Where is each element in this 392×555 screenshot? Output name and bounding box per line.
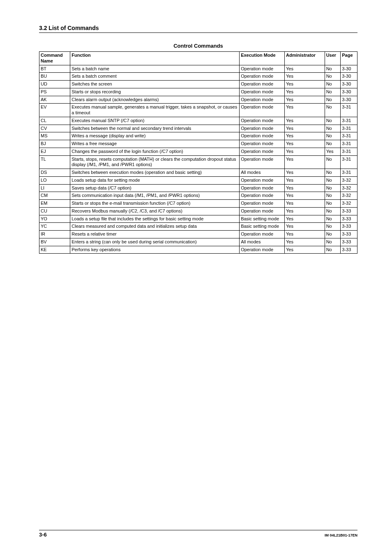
cell-func: Loads a setup file that includes the set… bbox=[70, 215, 240, 223]
cell-admin: Yes bbox=[285, 231, 325, 238]
cell-admin: Yes bbox=[285, 169, 325, 177]
cell-func: Switches between execution modes (operat… bbox=[70, 169, 240, 177]
table-row: CURecovers Modbus manually (/C2, /C3, an… bbox=[39, 207, 357, 215]
cell-func: Saves setup data (/C7 option) bbox=[70, 184, 240, 192]
table-row: AKClears alarm output (acknowledges alar… bbox=[39, 96, 357, 104]
cell-name: BJ bbox=[39, 140, 70, 148]
cell-func: Writes a message (display and write) bbox=[70, 132, 240, 140]
cell-admin: Yes bbox=[285, 238, 325, 246]
cell-admin: Yes bbox=[285, 200, 325, 208]
cell-page: 3-33 bbox=[341, 238, 357, 246]
cell-admin: Yes bbox=[285, 215, 325, 223]
page-footer: 3-6 IM 04L21B01-17EN bbox=[39, 530, 357, 538]
cell-user: No bbox=[325, 184, 341, 192]
table-row: EJChanges the password of the login func… bbox=[39, 148, 357, 155]
cell-admin: Yes bbox=[285, 246, 325, 254]
cell-func: Resets a relative timer bbox=[70, 231, 240, 238]
cell-name: BU bbox=[39, 73, 70, 81]
cell-admin: Yes bbox=[285, 104, 325, 117]
cell-page: 3-32 bbox=[341, 184, 357, 192]
cell-page: 3-31 bbox=[341, 169, 357, 177]
cell-exec: Operation mode bbox=[240, 104, 285, 117]
cell-name: LO bbox=[39, 176, 70, 184]
cell-admin: Yes bbox=[285, 155, 325, 169]
cell-name: IR bbox=[39, 231, 70, 238]
table-row: BTSets a batch nameOperation modeYesNo3-… bbox=[39, 65, 357, 73]
cell-name: CL bbox=[39, 117, 70, 125]
cell-user: No bbox=[325, 73, 341, 81]
cell-admin: Yes bbox=[285, 192, 325, 200]
cell-func: Recovers Modbus manually (/C2, /C3, and … bbox=[70, 207, 240, 215]
cell-func: Switches the screen bbox=[70, 81, 240, 88]
cell-func: Executes manual SNTP (/C7 option) bbox=[70, 117, 240, 125]
footer-page-number: 3-6 bbox=[39, 532, 47, 538]
cell-page: 3-30 bbox=[341, 96, 357, 104]
cell-exec: Operation mode bbox=[240, 73, 285, 81]
cell-page: 3-31 bbox=[341, 104, 357, 117]
cell-user: No bbox=[325, 125, 341, 132]
cell-func: Starts or stops the e-mail transmission … bbox=[70, 200, 240, 208]
cell-user: No bbox=[325, 132, 341, 140]
cell-func: Sets a batch name bbox=[70, 65, 240, 73]
cell-name: UD bbox=[39, 81, 70, 88]
footer-doc-id: IM 04L21B01-17EN bbox=[325, 533, 357, 537]
cell-func: Writes a free message bbox=[70, 140, 240, 148]
cell-func: Switches between the normal and secondar… bbox=[70, 125, 240, 132]
cell-admin: Yes bbox=[285, 223, 325, 231]
cell-user: Yes bbox=[325, 148, 341, 155]
table-row: UDSwitches the screenOperation modeYesNo… bbox=[39, 81, 357, 88]
cell-user: No bbox=[325, 96, 341, 104]
cell-name: CM bbox=[39, 192, 70, 200]
cell-exec: Operation mode bbox=[240, 132, 285, 140]
cell-page: 3-31 bbox=[341, 117, 357, 125]
table-row: MSWrites a message (display and write)Op… bbox=[39, 132, 357, 140]
cell-name: CV bbox=[39, 125, 70, 132]
cell-name: BV bbox=[39, 238, 70, 246]
cell-admin: Yes bbox=[285, 184, 325, 192]
cell-admin: Yes bbox=[285, 148, 325, 155]
cell-exec: Operation mode bbox=[240, 176, 285, 184]
cell-page: 3-30 bbox=[341, 73, 357, 81]
cell-user: No bbox=[325, 169, 341, 177]
cell-page: 3-30 bbox=[341, 65, 357, 73]
cell-admin: Yes bbox=[285, 81, 325, 88]
cell-exec: Operation mode bbox=[240, 192, 285, 200]
cell-exec: Operation mode bbox=[240, 200, 285, 208]
cell-user: No bbox=[325, 192, 341, 200]
cell-name: YC bbox=[39, 223, 70, 231]
cell-page: 3-33 bbox=[341, 246, 357, 254]
cell-user: No bbox=[325, 104, 341, 117]
cell-page: 3-32 bbox=[341, 192, 357, 200]
cell-name: EV bbox=[39, 104, 70, 117]
cell-func: Starts or stops recording bbox=[70, 88, 240, 96]
cell-page: 3-31 bbox=[341, 125, 357, 132]
cell-name: YO bbox=[39, 215, 70, 223]
cell-page: 3-32 bbox=[341, 200, 357, 208]
cell-user: No bbox=[325, 176, 341, 184]
cell-user: No bbox=[325, 238, 341, 246]
commands-table: Command Name Function Execution Mode Adm… bbox=[39, 51, 357, 254]
cell-admin: Yes bbox=[285, 73, 325, 81]
cell-user: No bbox=[325, 200, 341, 208]
cell-user: No bbox=[325, 223, 341, 231]
cell-exec: Operation mode bbox=[240, 148, 285, 155]
cell-name: MS bbox=[39, 132, 70, 140]
cell-func: Sets communication input data (/M1, /PM1… bbox=[70, 192, 240, 200]
cell-page: 3-33 bbox=[341, 223, 357, 231]
cell-exec: Operation mode bbox=[240, 231, 285, 238]
cell-name: EM bbox=[39, 200, 70, 208]
cell-exec: Operation mode bbox=[240, 207, 285, 215]
cell-func: Executes manual sample, generates a manu… bbox=[70, 104, 240, 117]
th-execution-mode: Execution Mode bbox=[240, 52, 285, 65]
cell-name: KE bbox=[39, 246, 70, 254]
cell-admin: Yes bbox=[285, 117, 325, 125]
cell-name: CU bbox=[39, 207, 70, 215]
cell-admin: Yes bbox=[285, 207, 325, 215]
cell-exec: All modes bbox=[240, 169, 285, 177]
table-row: LISaves setup data (/C7 option)Operation… bbox=[39, 184, 357, 192]
cell-name: BT bbox=[39, 65, 70, 73]
table-row: KEPerforms key operationsOperation modeY… bbox=[39, 246, 357, 254]
section-heading: 3.2 List of Commands bbox=[39, 25, 357, 33]
cell-name: AK bbox=[39, 96, 70, 104]
cell-func: Clears measured and computed data and in… bbox=[70, 223, 240, 231]
